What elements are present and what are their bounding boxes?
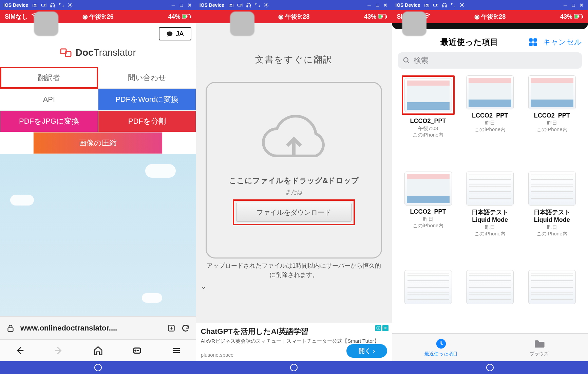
ad-banner[interactable]: ⓘ✕ ChatGPTを活用したAI英語学習 AIxVRビジネス英会話のスマチュー… <box>196 323 392 361</box>
expand-icon[interactable] <box>255 2 260 8</box>
headphones-icon[interactable] <box>442 2 447 8</box>
minimize-button[interactable]: ─ <box>366 2 372 8</box>
header-row: JA <box>0 23 196 40</box>
url-bar[interactable]: www.onlinedoctranslator.... <box>0 316 196 339</box>
svg-rect-32 <box>582 16 583 18</box>
cancel-button[interactable]: キャンセル <box>543 37 582 47</box>
close-button[interactable]: ✕ <box>382 2 388 8</box>
svg-rect-2 <box>41 4 44 6</box>
tabs-icon[interactable] <box>132 345 142 356</box>
file-name: LCCO2_PPT <box>534 112 570 119</box>
nav-translator[interactable]: 翻訳者 <box>0 67 98 89</box>
file-time: 昨日 <box>485 224 495 231</box>
svg-rect-7 <box>190 16 191 18</box>
svg-rect-11 <box>8 327 13 331</box>
status-battery: 43% <box>560 13 583 20</box>
gear-icon[interactable] <box>459 2 465 8</box>
gear-icon[interactable] <box>264 2 269 8</box>
tab-browse[interactable]: ブラウズ <box>490 334 588 361</box>
status-battery: 43% <box>364 13 387 20</box>
ad-badge[interactable]: ⓘ✕ <box>375 325 388 331</box>
svg-point-26 <box>426 4 428 6</box>
headphones-icon[interactable] <box>246 2 251 8</box>
menu-icon[interactable] <box>171 345 182 356</box>
file-name: LCCO2_PPT <box>410 118 446 125</box>
ios-status-bar: ◉ 午後9:28 43% <box>196 10 392 23</box>
browser-bottom-bar <box>0 339 196 361</box>
maximize-button[interactable]: □ <box>178 2 185 8</box>
folder-icon <box>533 338 545 350</box>
nav-pdf-word[interactable]: PDFをWordに変換 <box>98 89 196 110</box>
camera-icon[interactable] <box>32 2 38 8</box>
file-item[interactable]: LCCO2_PPT 昨日 このiPhone内 <box>523 75 581 164</box>
grid-view-icon[interactable] <box>528 37 538 47</box>
maximize-button[interactable]: □ <box>570 2 576 8</box>
video-icon[interactable] <box>41 2 46 8</box>
video-icon[interactable] <box>433 2 438 8</box>
tab-recent[interactable]: 最近使った項目 <box>392 334 490 361</box>
close-button[interactable]: ✕ <box>578 2 585 8</box>
ios-status-bar: SIMなし ◉ 午後9:26 44% <box>0 10 196 23</box>
ad-open-button[interactable]: 開く › <box>346 344 387 358</box>
status-time: ◉ 午後9:28 <box>278 13 309 21</box>
back-icon[interactable] <box>15 345 25 356</box>
file-item[interactable]: LCCO2_PPT 昨日 このiPhone内 <box>399 172 457 263</box>
home-icon[interactable] <box>93 345 103 356</box>
chevron-down-icon[interactable]: ⌄ <box>201 282 207 290</box>
close-button[interactable]: ✕ <box>187 2 193 8</box>
file-item[interactable]: LCCO2_PPT 昨日 このiPhone内 <box>461 75 519 164</box>
svg-rect-3 <box>51 5 52 7</box>
file-item[interactable]: 日本語テスト Liquid Mode 昨日 このiPhone内 <box>461 172 519 263</box>
reload-icon[interactable] <box>181 324 190 333</box>
nav-compress[interactable]: 画像の圧縮 <box>33 132 163 154</box>
file-location: このiPhone内 <box>474 231 506 237</box>
nav-contact[interactable]: 問い合わせ <box>98 67 196 89</box>
window-bar: iOS Device ─ □ ✕ <box>0 0 196 10</box>
logo-icon <box>60 48 72 58</box>
download-button[interactable]: ファイルをダウンロード <box>236 203 352 222</box>
file-name: LCCO2_PPT <box>410 208 446 215</box>
headphones-icon[interactable] <box>50 2 55 8</box>
nav-api[interactable]: API <box>0 89 98 110</box>
highlight-box: ファイルをダウンロード <box>233 199 355 225</box>
nav-pdf-split[interactable]: PDFを分割 <box>98 110 196 132</box>
maximize-button[interactable]: □ <box>374 2 380 8</box>
file-name: 日本語テスト <box>472 208 508 216</box>
camera-icon[interactable] <box>424 2 430 8</box>
page-title: 文書をすぐに翻訳 <box>255 54 333 66</box>
chat-icon <box>166 31 173 37</box>
home-button[interactable] <box>290 364 298 371</box>
svg-rect-27 <box>434 4 437 6</box>
svg-rect-35 <box>533 38 537 42</box>
search-input[interactable]: 検索 <box>398 52 582 69</box>
expand-icon[interactable] <box>451 2 456 8</box>
svg-rect-36 <box>529 42 533 46</box>
expand-icon[interactable] <box>59 2 64 8</box>
window-title: iOS Device <box>3 2 28 8</box>
camera-icon[interactable] <box>228 2 234 8</box>
file-item[interactable]: LCCO2_PPT 午後7:03 このiPhone内 <box>399 75 457 164</box>
home-button[interactable] <box>94 364 102 371</box>
svg-point-21 <box>266 4 267 6</box>
file-subtitle: Liquid Mode <box>472 216 508 224</box>
file-item[interactable]: 日本語テスト Liquid Mode 昨日 このiPhone内 <box>523 172 581 263</box>
language-button[interactable]: JA <box>159 27 191 40</box>
minimize-button[interactable]: ─ <box>562 2 568 8</box>
home-button[interactable] <box>486 364 494 371</box>
clock-icon <box>435 338 447 350</box>
window-toolbar-icons <box>32 2 73 8</box>
lock-icon <box>6 324 15 333</box>
file-name: LCCO2_PPT <box>472 112 508 119</box>
svg-point-38 <box>404 58 408 62</box>
gear-icon[interactable] <box>68 2 73 8</box>
file-item[interactable] <box>399 270 457 333</box>
dropzone[interactable]: ここにファイルをドラッグ&ドロップ または ファイルをダウンロード <box>206 82 382 259</box>
file-item[interactable] <box>523 270 581 333</box>
svg-rect-23 <box>386 16 387 18</box>
file-item[interactable] <box>461 270 519 333</box>
minimize-button[interactable]: ─ <box>170 2 176 8</box>
svg-point-5 <box>70 4 71 6</box>
plus-icon[interactable] <box>167 324 176 333</box>
nav-pdf-jpg[interactable]: PDFをJPGに変換 <box>0 110 98 132</box>
video-icon[interactable] <box>237 2 243 8</box>
